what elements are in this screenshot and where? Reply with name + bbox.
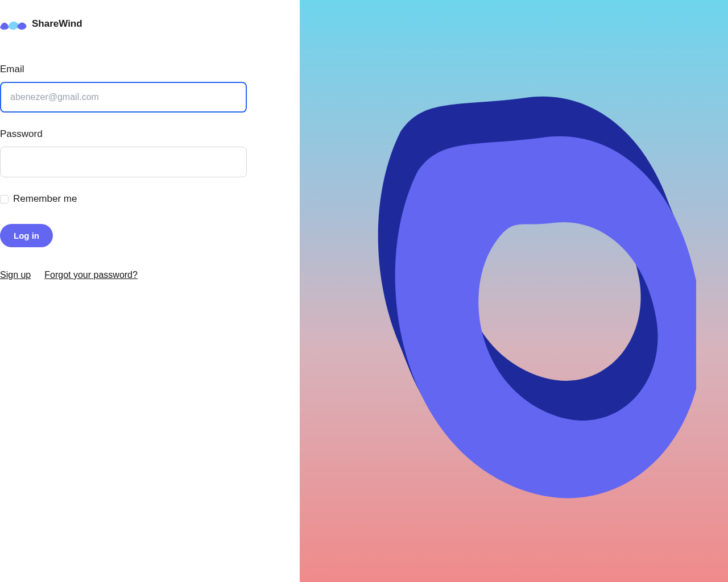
brand-header: ShareWind bbox=[0, 0, 300, 31]
login-form: Email Password Remember me Log in Sign u… bbox=[0, 31, 300, 280]
remember-label: Remember me bbox=[13, 193, 77, 205]
hero-panel bbox=[300, 0, 728, 582]
password-input[interactable] bbox=[0, 147, 247, 177]
brand-logo-icon bbox=[0, 17, 27, 31]
links-row: Sign up Forgot your password? bbox=[0, 270, 300, 280]
login-button[interactable]: Log in bbox=[0, 224, 53, 247]
signup-link[interactable]: Sign up bbox=[0, 270, 31, 280]
login-panel: ShareWind Email Password Remember me Log… bbox=[0, 0, 300, 582]
brand-name: ShareWind bbox=[32, 18, 82, 30]
email-input[interactable] bbox=[0, 82, 247, 113]
remember-checkbox[interactable] bbox=[0, 195, 9, 203]
remember-row: Remember me bbox=[0, 193, 300, 205]
email-field-group: Email bbox=[0, 64, 300, 113]
forgot-password-link[interactable]: Forgot your password? bbox=[44, 270, 138, 280]
password-label: Password bbox=[0, 128, 300, 140]
email-label: Email bbox=[0, 64, 300, 75]
password-field-group: Password bbox=[0, 128, 300, 177]
decorative-blob-icon bbox=[332, 64, 696, 518]
